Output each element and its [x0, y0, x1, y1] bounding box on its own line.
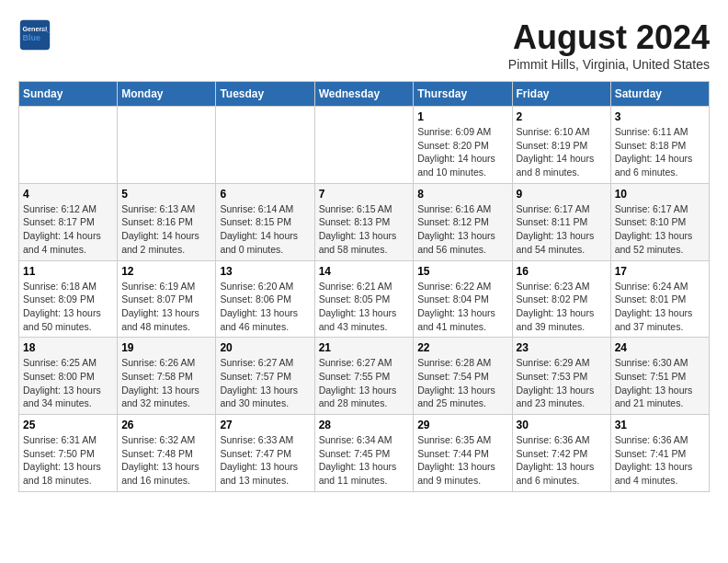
month-year-title: August 2024	[508, 18, 710, 57]
day-info: Sunrise: 6:28 AM Sunset: 7:54 PM Dayligh…	[417, 356, 507, 410]
day-number: 9	[517, 188, 607, 201]
calendar-cell: 6Sunrise: 6:14 AM Sunset: 8:15 PM Daylig…	[216, 183, 314, 260]
day-info: Sunrise: 6:17 AM Sunset: 8:11 PM Dayligh…	[517, 202, 607, 257]
calendar-cell: 27Sunrise: 6:33 AM Sunset: 7:47 PM Dayli…	[216, 415, 314, 492]
day-info: Sunrise: 6:36 AM Sunset: 7:42 PM Dayligh…	[517, 433, 607, 488]
day-info: Sunrise: 6:20 AM Sunset: 8:06 PM Dayligh…	[220, 280, 310, 334]
calendar-cell	[216, 107, 314, 184]
day-number: 2	[517, 110, 607, 123]
calendar-cell	[118, 107, 216, 184]
calendar-cell: 24Sunrise: 6:30 AM Sunset: 7:51 PM Dayli…	[610, 338, 709, 415]
calendar-cell: 5Sunrise: 6:13 AM Sunset: 8:16 PM Daylig…	[118, 183, 216, 260]
day-info: Sunrise: 6:34 AM Sunset: 7:45 PM Dayligh…	[319, 433, 410, 488]
day-number: 15	[417, 265, 507, 278]
day-number: 18	[23, 341, 113, 354]
calendar-cell: 19Sunrise: 6:26 AM Sunset: 7:58 PM Dayli…	[118, 338, 216, 415]
day-number: 20	[220, 341, 310, 354]
calendar-cell	[19, 107, 118, 184]
calendar-week-row: 1Sunrise: 6:09 AM Sunset: 8:20 PM Daylig…	[19, 107, 710, 184]
day-info: Sunrise: 6:30 AM Sunset: 7:51 PM Dayligh…	[615, 356, 705, 410]
day-number: 22	[417, 341, 507, 354]
day-info: Sunrise: 6:36 AM Sunset: 7:41 PM Dayligh…	[615, 433, 705, 488]
day-number: 21	[319, 341, 410, 354]
calendar-cell: 18Sunrise: 6:25 AM Sunset: 8:00 PM Dayli…	[19, 338, 118, 415]
day-number: 25	[23, 419, 113, 431]
day-number: 23	[517, 341, 607, 354]
day-info: Sunrise: 6:26 AM Sunset: 7:58 PM Dayligh…	[121, 356, 211, 410]
calendar-week-row: 11Sunrise: 6:18 AM Sunset: 8:09 PM Dayli…	[19, 260, 710, 338]
day-number: 31	[615, 419, 705, 431]
calendar-cell: 10Sunrise: 6:17 AM Sunset: 8:10 PM Dayli…	[610, 183, 709, 260]
calendar-week-row: 4Sunrise: 6:12 AM Sunset: 8:17 PM Daylig…	[19, 183, 710, 260]
day-number: 8	[417, 188, 507, 201]
calendar-cell: 13Sunrise: 6:20 AM Sunset: 8:06 PM Dayli…	[216, 260, 314, 338]
calendar-cell: 12Sunrise: 6:19 AM Sunset: 8:07 PM Dayli…	[118, 260, 216, 338]
day-info: Sunrise: 6:19 AM Sunset: 8:07 PM Dayligh…	[121, 280, 211, 334]
day-number: 11	[23, 265, 113, 278]
day-of-week-header: Sunday	[19, 82, 118, 107]
day-number: 24	[615, 341, 705, 354]
day-of-week-header: Tuesday	[216, 82, 314, 107]
location-subtitle: Pimmit Hills, Virginia, United States	[508, 57, 710, 72]
calendar-cell: 28Sunrise: 6:34 AM Sunset: 7:45 PM Dayli…	[314, 415, 414, 492]
day-info: Sunrise: 6:15 AM Sunset: 8:13 PM Dayligh…	[319, 202, 410, 257]
day-number: 4	[23, 188, 113, 201]
logo: General Blue	[18, 18, 51, 52]
calendar-cell: 29Sunrise: 6:35 AM Sunset: 7:44 PM Dayli…	[414, 415, 512, 492]
day-number: 7	[319, 188, 410, 201]
day-info: Sunrise: 6:33 AM Sunset: 7:47 PM Dayligh…	[220, 433, 310, 488]
page-header: General Blue August 2024 Pimmit Hills, V…	[18, 18, 710, 72]
calendar-cell: 11Sunrise: 6:18 AM Sunset: 8:09 PM Dayli…	[19, 260, 118, 338]
day-info: Sunrise: 6:17 AM Sunset: 8:10 PM Dayligh…	[615, 202, 705, 257]
calendar-cell: 25Sunrise: 6:31 AM Sunset: 7:50 PM Dayli…	[19, 415, 118, 492]
logo-icon: General Blue	[18, 18, 51, 52]
calendar-cell: 21Sunrise: 6:27 AM Sunset: 7:55 PM Dayli…	[314, 338, 414, 415]
day-number: 10	[615, 188, 705, 201]
day-info: Sunrise: 6:31 AM Sunset: 7:50 PM Dayligh…	[23, 433, 113, 488]
day-of-week-header: Monday	[118, 82, 216, 107]
day-number: 12	[121, 265, 211, 278]
day-number: 28	[319, 419, 410, 431]
calendar-cell: 30Sunrise: 6:36 AM Sunset: 7:42 PM Dayli…	[512, 415, 610, 492]
day-number: 14	[319, 265, 410, 278]
day-info: Sunrise: 6:18 AM Sunset: 8:09 PM Dayligh…	[23, 280, 113, 334]
calendar-cell: 31Sunrise: 6:36 AM Sunset: 7:41 PM Dayli…	[610, 415, 709, 492]
calendar-cell: 3Sunrise: 6:11 AM Sunset: 8:18 PM Daylig…	[610, 107, 709, 184]
day-info: Sunrise: 6:14 AM Sunset: 8:15 PM Dayligh…	[220, 202, 310, 257]
calendar-cell: 1Sunrise: 6:09 AM Sunset: 8:20 PM Daylig…	[414, 107, 512, 184]
day-number: 29	[417, 419, 507, 431]
day-number: 3	[615, 110, 705, 123]
day-number: 27	[220, 419, 310, 431]
calendar-cell: 4Sunrise: 6:12 AM Sunset: 8:17 PM Daylig…	[19, 183, 118, 260]
day-of-week-header: Wednesday	[314, 82, 414, 107]
day-of-week-header: Friday	[512, 82, 610, 107]
day-info: Sunrise: 6:12 AM Sunset: 8:17 PM Dayligh…	[23, 202, 113, 257]
calendar-cell: 17Sunrise: 6:24 AM Sunset: 8:01 PM Dayli…	[610, 260, 709, 338]
day-info: Sunrise: 6:35 AM Sunset: 7:44 PM Dayligh…	[417, 433, 507, 488]
calendar-cell: 23Sunrise: 6:29 AM Sunset: 7:53 PM Dayli…	[512, 338, 610, 415]
day-info: Sunrise: 6:11 AM Sunset: 8:18 PM Dayligh…	[615, 125, 705, 179]
day-info: Sunrise: 6:13 AM Sunset: 8:16 PM Dayligh…	[121, 202, 211, 257]
day-info: Sunrise: 6:16 AM Sunset: 8:12 PM Dayligh…	[417, 202, 507, 257]
day-info: Sunrise: 6:21 AM Sunset: 8:05 PM Dayligh…	[319, 280, 410, 334]
calendar-cell: 20Sunrise: 6:27 AM Sunset: 7:57 PM Dayli…	[216, 338, 314, 415]
day-number: 1	[417, 110, 507, 123]
day-of-week-header: Thursday	[414, 82, 512, 107]
svg-text:Blue: Blue	[23, 33, 41, 42]
calendar-cell: 22Sunrise: 6:28 AM Sunset: 7:54 PM Dayli…	[414, 338, 512, 415]
calendar-header-row: SundayMondayTuesdayWednesdayThursdayFrid…	[19, 82, 710, 107]
day-of-week-header: Saturday	[610, 82, 709, 107]
calendar-week-row: 25Sunrise: 6:31 AM Sunset: 7:50 PM Dayli…	[19, 415, 710, 492]
calendar-cell: 14Sunrise: 6:21 AM Sunset: 8:05 PM Dayli…	[314, 260, 414, 338]
day-number: 5	[121, 188, 211, 201]
day-info: Sunrise: 6:22 AM Sunset: 8:04 PM Dayligh…	[417, 280, 507, 334]
day-number: 26	[121, 419, 211, 431]
calendar-cell: 26Sunrise: 6:32 AM Sunset: 7:48 PM Dayli…	[118, 415, 216, 492]
title-area: August 2024 Pimmit Hills, Virginia, Unit…	[508, 18, 710, 72]
calendar-cell: 15Sunrise: 6:22 AM Sunset: 8:04 PM Dayli…	[414, 260, 512, 338]
calendar-cell: 9Sunrise: 6:17 AM Sunset: 8:11 PM Daylig…	[512, 183, 610, 260]
day-number: 13	[220, 265, 310, 278]
day-number: 6	[220, 188, 310, 201]
day-info: Sunrise: 6:09 AM Sunset: 8:20 PM Dayligh…	[417, 125, 507, 179]
calendar-week-row: 18Sunrise: 6:25 AM Sunset: 8:00 PM Dayli…	[19, 338, 710, 415]
